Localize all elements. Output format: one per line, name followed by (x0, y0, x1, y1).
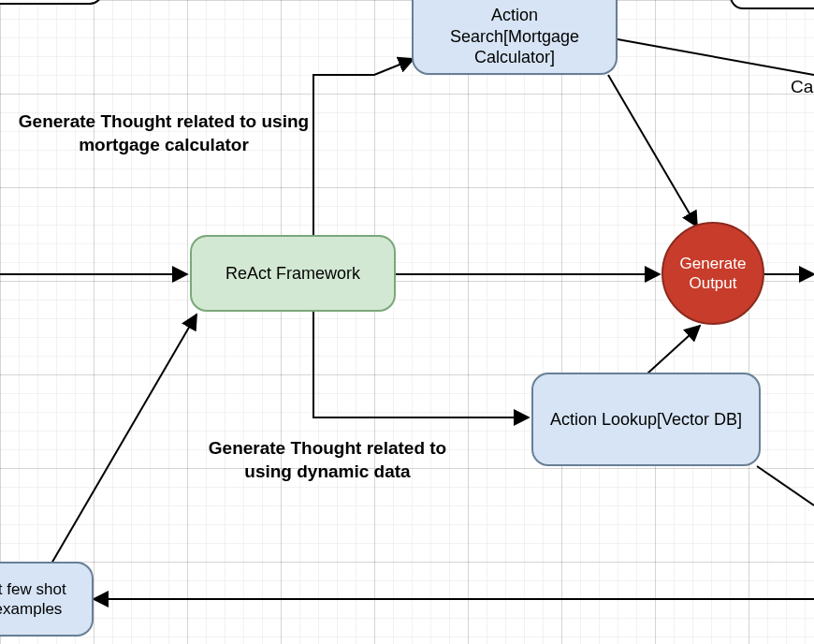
node-few-shot-examples[interactable]: ct few shot examples (0, 562, 94, 637)
node-label: Generate Output (663, 254, 763, 294)
edge-react-to-search (313, 59, 414, 236)
label-thought-dynamic: Generate Thought related to using dynami… (187, 437, 468, 483)
node-react-framework[interactable]: ReAct Framework (190, 235, 396, 312)
label-thought-mortgage: Generate Thought related to using mortga… (14, 110, 313, 156)
edge-search-to-output (608, 75, 697, 227)
edge-fewshot-to-react (51, 315, 196, 564)
edge-lookup-to-right (757, 466, 814, 505)
diagram-canvas: Action Search[Mortgage Calculator] Ca Re… (0, 0, 814, 644)
edge-search-to-right (618, 39, 814, 75)
node-action-lookup[interactable]: Action Lookup[Vector DB] (531, 373, 761, 466)
node-action-search[interactable]: Action Search[Mortgage Calculator] (412, 0, 618, 75)
node-label: Action Search[Mortgage Calculator] (425, 5, 604, 68)
edge-react-to-lookup (313, 312, 529, 417)
node-label: ct few shot examples (0, 579, 80, 620)
node-fragment-top-left (0, 0, 103, 5)
edge-lookup-to-output (647, 326, 700, 373)
text-fragment-ca: Ca (791, 77, 813, 97)
edges-layer (0, 0, 814, 644)
node-label: ReAct Framework (225, 263, 360, 285)
node-generate-output[interactable]: Generate Output (661, 222, 764, 325)
node-fragment-top-right (730, 0, 814, 9)
node-label: Action Lookup[Vector DB] (550, 409, 742, 431)
